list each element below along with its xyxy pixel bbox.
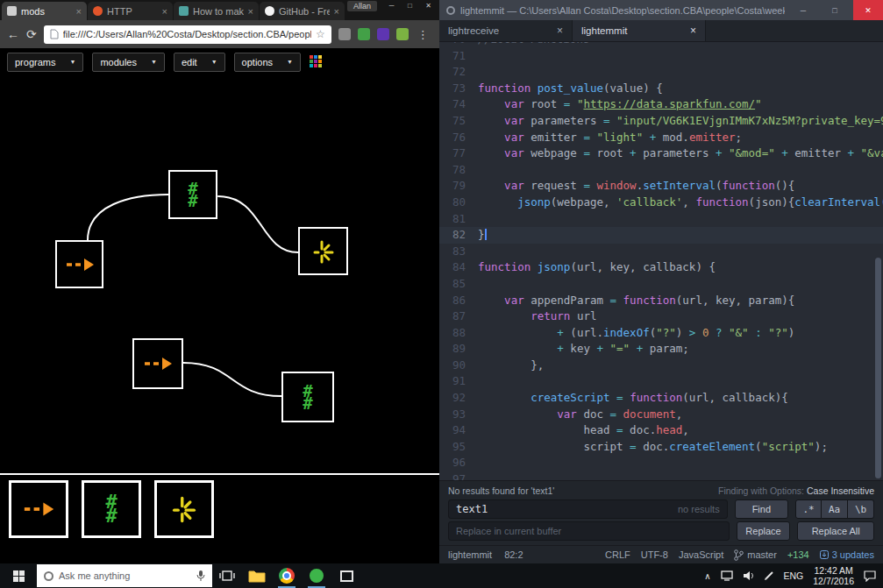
edit-dropdown[interactable]: edit ▼ [174, 53, 225, 72]
code-line[interactable]: 93 var doc = document, [439, 407, 883, 423]
code-line[interactable]: 72 [439, 64, 883, 81]
close-icon[interactable]: × [162, 6, 167, 17]
code-line[interactable]: 81 [439, 211, 883, 228]
node-emit[interactable] [55, 240, 103, 288]
close-icon[interactable]: × [248, 6, 253, 17]
browser-tab-github[interactable]: GitHub - Fresh × [260, 2, 345, 20]
code-line[interactable]: 91 [439, 373, 883, 390]
code-line[interactable]: 84function jsonp(url, key, callback) { [439, 259, 883, 276]
show-hidden-icons[interactable]: ∧ [704, 571, 710, 581]
case-toggle[interactable]: Aa [822, 499, 848, 519]
language-indicator[interactable]: ENG [784, 570, 804, 581]
replace-all-button[interactable]: Replace All [797, 521, 874, 541]
close-icon[interactable]: × [334, 6, 339, 17]
regex-toggle[interactable]: .* [795, 499, 822, 519]
code-line[interactable]: 90 }, [439, 358, 883, 374]
clock[interactable]: 12:42 AM 12/7/2016 [813, 565, 854, 586]
close-icon[interactable]: × [76, 6, 82, 17]
tab-lightreceive[interactable]: lightreceive × [439, 20, 573, 41]
code-line[interactable]: 92 createScript = function(url, callback… [439, 390, 883, 407]
node-emit[interactable] [132, 338, 183, 389]
git-diff-count[interactable]: +134 [787, 549, 809, 560]
palette-emit-module[interactable] [9, 480, 68, 538]
extension-icon[interactable] [338, 28, 351, 40]
palette-spark-module[interactable] [154, 480, 214, 538]
code-line[interactable]: 74 var root = "https://data.sparkfun.com… [439, 96, 883, 113]
code-line[interactable]: 83 [439, 244, 883, 260]
back-button[interactable]: ← [7, 27, 19, 41]
close-icon[interactable]: × [557, 25, 563, 37]
node-canvas[interactable]: ## # [0, 75, 439, 473]
code-line[interactable]: 87 return url [439, 308, 883, 325]
updates-indicator[interactable]: 3 updates [820, 549, 874, 560]
code-line[interactable]: 82} [439, 227, 883, 244]
close-button[interactable]: ✕ [419, 1, 438, 11]
extension-icon[interactable] [396, 28, 409, 40]
code-line[interactable]: 88 + (url.indexOf("?") > 0 ? "&" : "?") [439, 325, 883, 342]
close-button[interactable]: ✕ [853, 0, 883, 20]
node-number[interactable]: ## [168, 170, 217, 219]
replace-input[interactable]: Replace in current buffer [448, 521, 730, 541]
atom-app-button[interactable] [302, 563, 331, 588]
start-button[interactable] [0, 563, 37, 588]
code-line[interactable]: 78 [439, 162, 883, 179]
volume-icon[interactable] [743, 570, 754, 581]
taskbar-search[interactable]: Ask me anything [37, 564, 212, 587]
code-line[interactable]: 70//Local Functions [439, 42, 883, 48]
options-dropdown[interactable]: options ▼ [234, 53, 301, 72]
maximize-button[interactable]: □ [822, 0, 848, 20]
line-ending-indicator[interactable]: CRLF [605, 549, 630, 560]
extension-icon[interactable] [358, 28, 370, 40]
address-bar[interactable]: file:///C:/Users/Allan%20Costa/Desktop/s… [44, 25, 331, 44]
code-editor[interactable]: 70//Local Functions717273function post_v… [439, 42, 883, 480]
browser-tab-http[interactable]: HTTP × [88, 2, 173, 20]
action-center-button[interactable] [864, 570, 876, 582]
close-icon[interactable]: × [690, 25, 696, 37]
network-icon[interactable] [721, 570, 733, 581]
node-spark[interactable] [298, 227, 348, 275]
code-line[interactable]: 85 [439, 276, 883, 293]
task-view-button[interactable] [212, 563, 242, 588]
scrollbar-thumb[interactable] [875, 258, 881, 478]
code-line[interactable]: 89 + key + "=" + param; [439, 341, 883, 358]
app-window-button[interactable] [331, 563, 361, 588]
palette-number-module[interactable]: ## [82, 480, 141, 538]
encoding-indicator[interactable]: UTF-8 [641, 549, 668, 560]
code-line[interactable]: 97 [439, 471, 883, 480]
refresh-button[interactable]: ⟳ [26, 27, 37, 41]
browser-menu-icon[interactable]: ⋮ [417, 28, 429, 41]
find-button[interactable]: Find [735, 499, 788, 519]
code-line[interactable]: 79 var request = window.setInterval(func… [439, 178, 883, 195]
modules-dropdown[interactable]: modules ▼ [92, 53, 165, 72]
code-line[interactable]: 71 [439, 48, 883, 65]
microphone-icon[interactable] [196, 570, 205, 582]
code-line[interactable]: 95 script = doc.createElement("script"); [439, 439, 883, 456]
file-explorer-button[interactable] [242, 563, 272, 588]
profile-button[interactable]: Allan [347, 1, 377, 11]
browser-tab-howto[interactable]: How to make a × [174, 2, 259, 20]
replace-button[interactable]: Replace [737, 521, 791, 541]
programs-dropdown[interactable]: programs ▼ [7, 53, 83, 72]
bookmark-star-icon[interactable]: ☆ [316, 28, 325, 40]
minimize-button[interactable]: ─ [790, 0, 816, 20]
code-line[interactable]: 75 var parameters = "input/VG6K1EVjgnIMm… [439, 113, 883, 130]
chrome-button[interactable] [272, 563, 302, 588]
code-line[interactable]: 94 head = doc.head, [439, 422, 883, 439]
find-input[interactable]: text1 no results [448, 499, 728, 519]
tab-lightemmit[interactable]: lightemmit × [573, 20, 706, 41]
code-line[interactable]: 86 var appendParam = function(url, key, … [439, 293, 883, 309]
code-line[interactable]: 76 var emitter = "light" + mod.emitter; [439, 130, 883, 146]
node-number[interactable]: ## [281, 372, 334, 422]
code-line[interactable]: 96 [439, 455, 883, 471]
pen-icon[interactable] [764, 570, 774, 581]
extension-icon[interactable] [377, 28, 389, 40]
minimize-button[interactable]: ─ [382, 1, 401, 11]
mods-logo-icon[interactable] [310, 55, 323, 68]
maximize-button[interactable]: □ [401, 1, 419, 11]
code-line[interactable]: 77 var webpage = root + parameters + "&m… [439, 145, 883, 162]
code-line[interactable]: 80 jsonp(webpage, 'callback', function(j… [439, 195, 883, 211]
browser-tab-mods[interactable]: mods × [2, 2, 87, 20]
whole-word-toggle[interactable]: \b [848, 499, 874, 519]
git-branch[interactable]: master [734, 549, 777, 561]
grammar-indicator[interactable]: JavaScript [679, 549, 723, 560]
